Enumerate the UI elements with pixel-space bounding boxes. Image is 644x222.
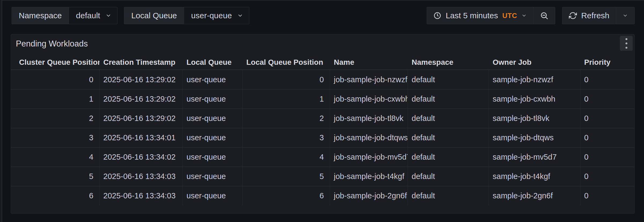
- variable-namespace-value: default: [76, 11, 100, 20]
- column-header[interactable]: Local Queue: [183, 58, 243, 67]
- table-cell: job-sample-job-tl8vk: [330, 109, 408, 128]
- zoom-out-button[interactable]: [533, 7, 555, 24]
- table-cell: 0: [11, 70, 100, 89]
- panel-menu-button[interactable]: [620, 36, 633, 51]
- table-cell: sample-job-t4kgf: [489, 167, 580, 186]
- table-cell: sample-job-dtqws: [489, 128, 580, 147]
- table-cell: default: [408, 186, 489, 205]
- refresh-interval-dropdown[interactable]: [616, 7, 634, 24]
- variable-local-queue-value-dropdown[interactable]: user-queue: [184, 7, 249, 24]
- table-cell: job-sample-job-t4kgf: [330, 167, 408, 186]
- window-top-edge: [0, 0, 644, 1]
- column-header[interactable]: Owner Job: [489, 58, 580, 67]
- table-cell: 0: [580, 70, 627, 89]
- table-cell: 2025-06-16 13:29:02: [100, 89, 183, 109]
- table-cell: default: [408, 70, 489, 89]
- table-cell: job-sample-job-nzwzf: [330, 70, 408, 89]
- panel-title[interactable]: Pending Workloads: [16, 39, 88, 49]
- table-cell: 0: [580, 109, 627, 128]
- kebab-menu-icon: [625, 47, 627, 49]
- table-cell: 0: [580, 89, 627, 109]
- variable-namespace: Namespace default: [12, 7, 118, 24]
- time-range-button[interactable]: Last 5 minutes UTC: [427, 7, 533, 24]
- table-cell: job-sample-job-mv5d7: [330, 148, 408, 167]
- table-body: 02025-06-16 13:29:02user-queue0job-sampl…: [11, 70, 634, 205]
- table-cell: 0: [243, 70, 330, 89]
- magnifier-minus-icon: [540, 11, 548, 20]
- table-cell: user-queue: [183, 148, 243, 167]
- panel-header: Pending Workloads: [11, 34, 634, 51]
- chevron-down-icon: [237, 13, 243, 19]
- sync-icon: [569, 12, 577, 20]
- table-row: 62025-06-16 13:34:03user-queue6job-sampl…: [11, 186, 634, 205]
- kebab-menu-icon: [625, 42, 627, 44]
- time-range-label: Last 5 minutes: [446, 11, 498, 20]
- table-cell: user-queue: [183, 167, 243, 186]
- table-cell: 0: [580, 148, 627, 167]
- table-cell: 5: [11, 167, 100, 186]
- table-cell: 3: [243, 128, 330, 147]
- table-row: 22025-06-16 13:29:02user-queue2job-sampl…: [11, 109, 634, 128]
- table-cell: 2025-06-16 13:34:01: [100, 128, 183, 147]
- clock-icon: [433, 12, 441, 20]
- table-cell: sample-job-mv5d7: [489, 148, 580, 167]
- table-cell: sample-job-cxwbh: [489, 89, 580, 109]
- table-row: 32025-06-16 13:34:01user-queue3job-sampl…: [11, 128, 634, 147]
- table-cell: default: [408, 109, 489, 128]
- table-cell: default: [408, 89, 489, 109]
- table-cell: 2025-06-16 13:29:02: [100, 70, 183, 89]
- pending-workloads-panel: Pending Workloads Cluster Queue Position…: [11, 34, 635, 214]
- table-cell: 2025-06-16 13:29:02: [100, 109, 183, 128]
- variable-namespace-label: Namespace: [12, 7, 69, 24]
- chevron-down-icon: [623, 13, 628, 18]
- table-cell: 2025-06-16 13:34:02: [100, 148, 183, 167]
- column-header[interactable]: Name: [330, 58, 408, 67]
- timezone-label: UTC: [502, 12, 517, 20]
- table-cell: sample-job-tl8vk: [489, 109, 580, 128]
- table-cell: default: [408, 128, 489, 147]
- table-cell: 0: [580, 186, 627, 205]
- table-cell: job-sample-job-cxwbh: [330, 89, 408, 109]
- column-header[interactable]: Priority: [580, 58, 627, 67]
- column-header[interactable]: Creation Timestamp: [100, 58, 183, 67]
- table-cell: default: [408, 167, 489, 186]
- table-cell: job-sample-job-dtqws: [330, 128, 408, 147]
- variable-local-queue-value: user-queue: [191, 11, 232, 20]
- refresh-button[interactable]: Refresh: [562, 7, 616, 24]
- table-header-row: Cluster Queue PositionCreation Timestamp…: [11, 55, 634, 70]
- refresh-label: Refresh: [581, 11, 609, 20]
- table-cell: user-queue: [183, 89, 243, 109]
- column-header[interactable]: Cluster Queue Position: [11, 58, 100, 67]
- variable-local-queue-label: Local Queue: [124, 7, 184, 24]
- table-cell: 0: [580, 167, 627, 186]
- table-cell: 2: [243, 109, 330, 128]
- table-cell: user-queue: [183, 70, 243, 89]
- table-cell: 1: [11, 89, 100, 109]
- time-picker-group: Last 5 minutes UTC: [427, 7, 555, 24]
- column-header[interactable]: Local Queue Position: [243, 58, 330, 67]
- table-cell: user-queue: [183, 128, 243, 147]
- kebab-menu-icon: [625, 38, 627, 40]
- column-header[interactable]: Namespace: [408, 58, 489, 67]
- dashboard-variables: Namespace default Local Queue user-queue: [12, 7, 249, 24]
- table-cell: 2025-06-16 13:34:03: [100, 186, 183, 205]
- table-row: 02025-06-16 13:29:02user-queue0job-sampl…: [11, 70, 634, 89]
- variable-local-queue: Local Queue user-queue: [124, 7, 249, 24]
- table-cell: sample-job-2gn6f: [489, 186, 580, 205]
- table-cell: sample-job-nzwzf: [489, 70, 580, 89]
- table-cell: 4: [243, 148, 330, 167]
- variable-namespace-value-dropdown[interactable]: default: [69, 7, 117, 24]
- table-cell: user-queue: [183, 109, 243, 128]
- table-cell: 1: [243, 89, 330, 109]
- chevron-down-icon: [521, 13, 527, 18]
- table-cell: user-queue: [183, 186, 243, 205]
- table-cell: 6: [11, 186, 100, 205]
- table-cell: 0: [580, 128, 627, 147]
- refresh-group: Refresh: [562, 7, 635, 24]
- table-cell: 2025-06-16 13:34:03: [100, 167, 183, 186]
- table-cell: default: [408, 148, 489, 167]
- chevron-down-icon: [105, 13, 111, 19]
- table-cell: 4: [11, 148, 100, 167]
- table-row: 42025-06-16 13:34:02user-queue4job-sampl…: [11, 147, 634, 167]
- workloads-table: Cluster Queue PositionCreation Timestamp…: [11, 55, 634, 205]
